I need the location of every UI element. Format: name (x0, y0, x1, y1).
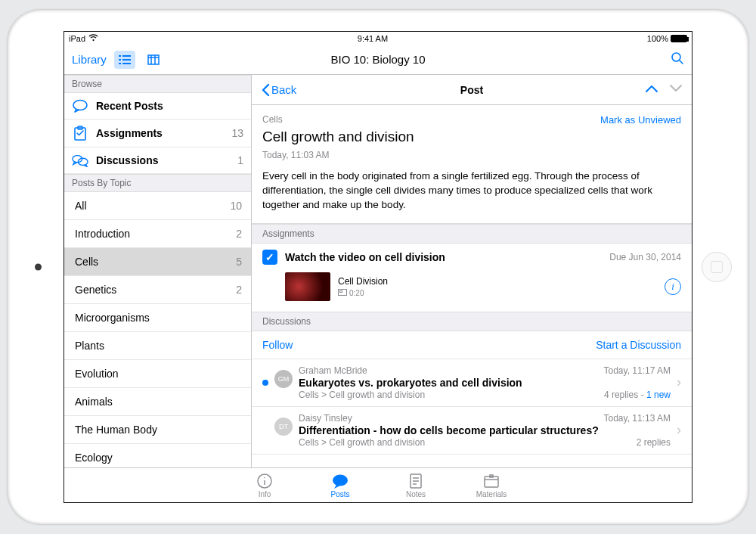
library-button[interactable]: Library (72, 53, 107, 66)
svg-rect-1 (122, 55, 131, 57)
discussion-path: Cells > Cell growth and division (299, 390, 425, 400)
discussion-time: Today, 11:17 AM (604, 365, 671, 376)
unread-dot-icon (262, 380, 268, 386)
post-header: Cells Mark as Unviewed Cell growth and d… (252, 105, 692, 224)
sidebar: Browse Recent Posts Assignments 13 Discu… (64, 75, 252, 467)
topic-label: Microorganisms (75, 312, 150, 324)
browse-label: Discussions (96, 154, 230, 166)
topic-item-the-human-body[interactable]: The Human Body (64, 416, 251, 444)
video-icon (338, 289, 347, 297)
attachment-name: Cell Division (338, 276, 388, 287)
battery-icon (671, 35, 687, 42)
topic-count: 2 (236, 228, 242, 240)
topic-label: Introduction (75, 228, 130, 240)
list-view-button[interactable] (114, 51, 135, 69)
topic-label: Ecology (75, 452, 113, 464)
info-icon (256, 473, 273, 489)
tab-posts[interactable]: Posts (318, 473, 362, 498)
tab-info[interactable]: Info (243, 473, 287, 498)
discussion-replies: 4 replies - 1 new (604, 390, 671, 400)
start-discussion-button[interactable]: Start a Discussion (596, 339, 681, 351)
svg-point-10 (672, 53, 680, 61)
materials-icon (483, 473, 500, 489)
topic-item-animals[interactable]: Animals (64, 388, 251, 416)
svg-rect-18 (340, 290, 342, 292)
topic-label: Cells (75, 256, 98, 268)
topic-item-genetics[interactable]: Genetics 2 (64, 276, 251, 304)
discussion-title: Differentiation - how do cells become pa… (299, 424, 671, 436)
assignment-due: Due Jun 30, 2014 (609, 252, 681, 262)
status-time: 9:41 AM (358, 34, 388, 43)
assignment-item[interactable]: ✓ Watch the video on cell division Due J… (252, 244, 692, 312)
main-nav: Library BIO 10: Biology 10 (64, 45, 692, 75)
topic-item-cells[interactable]: Cells 5 (64, 248, 251, 276)
discussion-author: Daisy Tinsley (299, 413, 352, 424)
search-button[interactable] (671, 51, 684, 67)
page-title: BIO 10: Biology 10 (330, 53, 425, 66)
topic-label: Genetics (75, 284, 116, 296)
topic-count: 5 (236, 256, 242, 268)
topic-item-introduction[interactable]: Introduction 2 (64, 220, 251, 248)
chevron-right-icon: › (677, 422, 681, 438)
wifi-icon (88, 34, 98, 43)
topic-label: Evolution (75, 368, 119, 380)
tab-label: Materials (476, 490, 507, 498)
mark-unviewed-button[interactable]: Mark as Unviewed (600, 114, 681, 126)
svg-rect-6 (148, 55, 159, 64)
home-button[interactable] (702, 252, 732, 282)
discussion-icon (72, 154, 88, 167)
browse-header: Browse (64, 75, 251, 93)
topic-item-all[interactable]: All 10 (64, 192, 251, 220)
assign-icon (72, 126, 88, 141)
svg-rect-0 (119, 55, 121, 57)
svg-rect-3 (122, 59, 131, 61)
screen: iPad 9:41 AM 100% Library (64, 31, 692, 503)
tab-notes[interactable]: Notes (394, 473, 438, 498)
video-thumbnail[interactable] (285, 272, 330, 301)
discussion-item[interactable]: DT Daisy Tinsley Today, 11:13 AM Differe… (252, 407, 692, 455)
svg-point-21 (264, 477, 265, 478)
svg-rect-2 (119, 59, 121, 61)
notes-icon (409, 473, 423, 489)
browse-count: 1 (237, 154, 243, 166)
post-time: Today, 11:03 AM (262, 150, 681, 160)
topic-label: Plants (75, 340, 104, 352)
tab-label: Posts (330, 490, 349, 498)
tab-materials[interactable]: Materials (469, 473, 513, 498)
browse-item-discussions[interactable]: Discussions 1 (64, 147, 251, 174)
next-post-button[interactable] (669, 84, 683, 95)
topic-count: 10 (230, 200, 242, 212)
browse-item-recent-posts[interactable]: Recent Posts (64, 93, 251, 120)
device-label: iPad (69, 34, 85, 43)
discussions-header: Discussions (252, 312, 692, 331)
info-button[interactable]: i (665, 278, 681, 295)
back-label: Back (271, 83, 296, 96)
follow-button[interactable]: Follow (262, 339, 293, 351)
tab-label: Info (259, 490, 271, 498)
topics-header: Posts By Topic (64, 174, 251, 192)
topic-item-microorganisms[interactable]: Microorganisms (64, 304, 251, 332)
topic-item-evolution[interactable]: Evolution (64, 360, 251, 388)
svg-rect-27 (485, 477, 498, 487)
back-button[interactable]: Back (261, 83, 296, 97)
discussion-author: Graham McBride (299, 365, 367, 376)
ipad-bezel: iPad 9:41 AM 100% Library (8, 10, 748, 524)
calendar-view-button[interactable] (143, 51, 164, 69)
assignment-checkbox[interactable]: ✓ (262, 250, 277, 265)
posts-icon (331, 473, 349, 489)
post-detail: Back Post Cells Mark (252, 75, 692, 467)
discussion-item[interactable]: GM Graham McBride Today, 11:17 AM Eukary… (252, 359, 692, 407)
prev-post-button[interactable] (645, 84, 658, 95)
discussion-time: Today, 11:13 AM (604, 413, 671, 424)
browse-item-assignments[interactable]: Assignments 13 (64, 120, 251, 147)
post-body: Every cell in the body originated from a… (262, 169, 681, 213)
browse-count: 13 (231, 127, 243, 139)
browse-label: Recent Posts (96, 100, 236, 112)
topic-item-ecology[interactable]: Ecology (64, 444, 251, 467)
topic-item-plants[interactable]: Plants (64, 332, 251, 360)
tab-bar: Info Posts Notes Materials (64, 467, 692, 502)
svg-rect-5 (122, 63, 131, 64)
svg-point-22 (333, 474, 348, 486)
assignment-title: Watch the video on cell division (285, 251, 602, 263)
svg-point-12 (73, 101, 87, 110)
